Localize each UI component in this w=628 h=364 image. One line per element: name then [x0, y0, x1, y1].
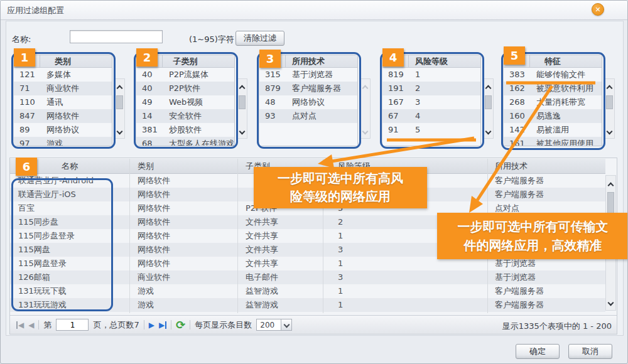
annotation-outline-6	[11, 178, 113, 311]
name-label: 名称:	[12, 34, 31, 45]
scroll-thumb[interactable]	[606, 95, 613, 109]
table-cell: 客户端服务器	[495, 298, 544, 312]
table-cell: 文件共享	[246, 243, 278, 257]
scroll-up-icon[interactable]	[486, 81, 490, 93]
clear-filter-button[interactable]: 清除过滤	[236, 31, 284, 46]
step-badge-3: 3	[259, 50, 281, 68]
annotation-callout-risk: 一步即可选中所有高风 险等级的网络应用	[254, 167, 427, 208]
table-cell: 网络软件	[138, 229, 170, 243]
list-scrollbar[interactable]	[604, 78, 615, 139]
scroll-down-icon[interactable]	[240, 124, 244, 136]
table-cell: 文件共享	[246, 257, 278, 270]
pager-divider	[190, 320, 190, 329]
column-header: 类别	[138, 159, 154, 174]
scroll-down-icon[interactable]	[609, 296, 613, 308]
last-page-icon[interactable]: ▶	[159, 321, 166, 329]
ok-button[interactable]: 确定	[516, 344, 560, 359]
table-cell: 网络软件	[138, 215, 170, 229]
name-input[interactable]	[70, 30, 163, 43]
next-page-icon[interactable]: ▶	[149, 321, 154, 329]
table-cell: 网络软件	[138, 243, 170, 257]
page-number-input[interactable]	[56, 319, 89, 331]
table-cell: 客户端服务器	[495, 174, 544, 188]
table-cell: 游戏	[138, 284, 154, 298]
table-cell: 电子邮件	[246, 270, 278, 284]
app-filter-group-dialog: 应用过滤组配置 ✕ 名称: (1~95)字符 清除过滤 类别121多媒体71商业…	[0, 0, 628, 364]
step-badge-1: 1	[14, 48, 35, 67]
per-page-value: 200	[256, 319, 281, 331]
scroll-up-icon[interactable]	[609, 178, 613, 190]
table-cell: 1	[338, 284, 343, 298]
scroll-thumb[interactable]	[116, 95, 123, 109]
per-page-label: 每页显示条目数	[195, 319, 252, 331]
scroll-up-icon[interactable]	[607, 81, 612, 93]
name-length-hint: (1~95)字符	[189, 34, 234, 45]
scroll-down-icon[interactable]	[117, 124, 122, 136]
page-suffix-label: 页，总页数7	[93, 319, 139, 331]
pager-divider	[171, 320, 171, 329]
table-cell: 游戏	[138, 298, 154, 312]
scroll-down-icon[interactable]	[486, 124, 490, 136]
table-cell: 1	[338, 257, 343, 270]
list-scrollbar[interactable]	[360, 78, 371, 139]
table-cell: 益智游戏	[246, 298, 278, 312]
annotation-outline-5	[501, 52, 605, 150]
per-page-select[interactable]: 200	[256, 319, 292, 331]
chevron-down-icon	[281, 319, 292, 331]
dialog-titlebar: 应用过滤组配置	[1, 1, 627, 20]
prev-page-icon[interactable]: ◀	[28, 321, 34, 329]
page-prefix-label: 第	[43, 319, 51, 331]
scroll-up-icon[interactable]	[363, 81, 367, 93]
table-cell: 客户端服务器	[495, 284, 544, 298]
scroll-thumb[interactable]	[485, 95, 492, 109]
close-icon: ✕	[595, 6, 600, 14]
scroll-down-icon[interactable]	[607, 124, 612, 136]
pager-divider	[38, 320, 39, 329]
list-scrollbar[interactable]	[114, 78, 125, 139]
step-badge-2: 2	[136, 48, 158, 67]
scroll-up-icon[interactable]	[117, 81, 122, 93]
table-cell: 1	[338, 229, 343, 243]
table-cell: 基于浏览器	[495, 270, 536, 284]
table-cell: 网络软件	[138, 201, 170, 215]
table-cell: 1	[338, 298, 343, 312]
annotation-outline-4	[380, 52, 484, 149]
table-cell: 商业软件	[138, 270, 170, 284]
first-page-icon[interactable]: ◀	[16, 321, 24, 329]
table-cell: 网络软件	[138, 257, 170, 270]
column-divider	[237, 159, 238, 313]
table-cell: 文件共享	[246, 229, 278, 243]
table-cell: 益智游戏	[246, 284, 278, 298]
pager-divider	[144, 320, 144, 329]
close-button[interactable]: ✕	[592, 3, 604, 16]
column-header: 所用技术	[495, 159, 528, 174]
table-cell: 网络软件	[138, 188, 170, 201]
scroll-thumb[interactable]	[239, 95, 246, 109]
table-cell: 3	[338, 270, 343, 284]
scroll-down-icon[interactable]	[363, 124, 367, 136]
column-divider	[129, 159, 130, 313]
annotation-callout-feature: 一步即可选中所有可传输文 件的网络应用，高效精准	[437, 213, 628, 259]
pagination-bar: ◀ ◀ 第 页，总页数7 ▶ ▶ ⟳ 每页显示条目数 200 显示1335个表项…	[10, 315, 617, 334]
table-cell: 网络软件	[138, 174, 170, 188]
table-cell: 2	[338, 215, 343, 229]
table-cell: 客户端服务器	[495, 188, 544, 201]
cancel-button[interactable]: 取消	[568, 344, 612, 359]
scroll-up-icon[interactable]	[240, 81, 244, 93]
step-badge-4: 4	[382, 48, 404, 67]
refresh-icon[interactable]: ⟳	[176, 319, 185, 331]
table-cell: 3	[338, 243, 343, 257]
list-scrollbar[interactable]	[237, 78, 247, 139]
range-info: 显示1335个表项中的 1 - 200	[502, 321, 612, 332]
step-badge-5: 5	[504, 46, 525, 65]
table-cell: 文件共享	[246, 215, 278, 229]
step-badge-6: 6	[16, 158, 37, 176]
dialog-title: 应用过滤组配置	[7, 5, 64, 16]
list-scrollbar[interactable]	[483, 78, 494, 139]
annotation-outline-1	[11, 52, 116, 149]
annotation-outline-2	[134, 52, 238, 149]
